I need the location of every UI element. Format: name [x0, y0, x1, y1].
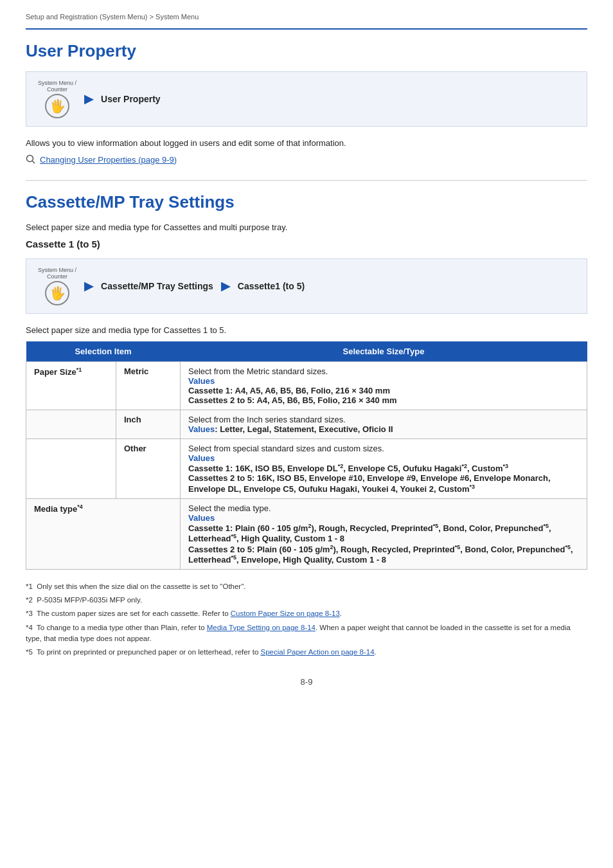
cassette-icon-label-line2: Counter — [47, 273, 67, 280]
cassette-nav-arrow-2: ▶ — [221, 279, 230, 293]
cassette-nav-label2: Cassette1 (to 5) — [238, 281, 305, 291]
changing-user-properties-link[interactable]: Changing User Properties (page 9-9) — [40, 155, 177, 165]
media-type-label: Media type*4 — [26, 498, 181, 569]
user-property-description: Allows you to view information about log… — [26, 138, 587, 148]
search-icon — [26, 154, 36, 165]
cassette-icon-label-line1: System Menu / — [38, 267, 76, 273]
system-menu-icon: System Menu / Counter 🖐 — [38, 80, 76, 118]
footnote-1: *1 Only set this when the size dial on t… — [26, 581, 587, 592]
user-property-nav-box: System Menu / Counter 🖐 ▶ User Property — [26, 71, 587, 127]
cassette-nav-box: System Menu / Counter 🖐 ▶ Cassette/MP Tr… — [26, 258, 587, 314]
page-footer: 8-9 — [26, 677, 587, 687]
top-divider — [26, 28, 587, 30]
media-type-content: Select the media type. Values Cassette 1… — [181, 498, 587, 569]
th-selectable-size-type: Selectable Size/Type — [181, 341, 587, 362]
user-property-link-row: Changing User Properties (page 9-9) — [26, 154, 587, 165]
metric-content: Select from the Metric standard sizes. V… — [181, 362, 587, 410]
footnotes: *1 Only set this when the size dial on t… — [26, 581, 587, 658]
icon-label-line2: Counter — [47, 86, 67, 93]
nav-arrow-1: ▶ — [84, 92, 93, 106]
cassette-description: Select paper size and media type for Cas… — [26, 222, 587, 232]
paper-size-empty2 — [26, 439, 116, 499]
table-row: Inch Select from the Inch series standar… — [26, 410, 587, 439]
svg-line-1 — [33, 161, 35, 164]
user-property-title: User Property — [26, 41, 587, 61]
special-paper-action-link[interactable]: Special Paper Action on page 8-14 — [260, 648, 374, 656]
table-row: Media type*4 Select the media type. Valu… — [26, 498, 587, 569]
paper-size-label: Paper Size*1 — [26, 362, 116, 410]
cassette1-subtitle: Cassette 1 (to 5) — [26, 239, 587, 249]
th-selection-item: Selection Item — [26, 341, 181, 362]
other-label: Other — [116, 439, 181, 499]
metric-label: Metric — [116, 362, 181, 410]
cassette-nav-arrow-1: ▶ — [84, 279, 93, 293]
cassette-select-description: Select paper size and media type for Cas… — [26, 325, 587, 335]
paper-size-empty — [26, 410, 116, 439]
inch-label: Inch — [116, 410, 181, 439]
breadcrumb: Setup and Registration (System Menu) > S… — [26, 13, 587, 21]
inch-content: Select from the Inch series standard siz… — [181, 410, 587, 439]
cassette-nav-label1: Cassette/MP Tray Settings — [101, 281, 213, 291]
selection-table: Selection Item Selectable Size/Type Pape… — [26, 341, 587, 570]
icon-label-line1: System Menu / — [38, 80, 76, 86]
footnote-3: *3 The custom paper sizes are set for ea… — [26, 608, 587, 619]
cassette-title: Cassette/MP Tray Settings — [26, 192, 587, 212]
cassette-icon-circle: 🖐 — [45, 281, 69, 305]
svg-point-0 — [27, 156, 33, 162]
footnote-2: *2 P-5035i MFP/P-6035i MFP only. — [26, 595, 587, 606]
table-row: Other Select from special standard sizes… — [26, 439, 587, 499]
table-row: Paper Size*1 Metric Select from the Metr… — [26, 362, 587, 410]
footnote-5: *5 To print on preprinted or prepunched … — [26, 647, 587, 658]
section-divider-1 — [26, 180, 587, 181]
media-type-setting-link[interactable]: Media Type Setting on page 8-14 — [207, 624, 315, 631]
other-content: Select from special standard sizes and c… — [181, 439, 587, 499]
footnote-4: *4 To change to a media type other than … — [26, 622, 587, 645]
menu-icon-circle: 🖐 — [45, 94, 69, 118]
custom-paper-size-link[interactable]: Custom Paper Size on page 8-13 — [231, 610, 340, 617]
user-property-nav-label: User Property — [101, 94, 161, 104]
cassette-menu-icon: System Menu / Counter 🖐 — [38, 267, 76, 305]
